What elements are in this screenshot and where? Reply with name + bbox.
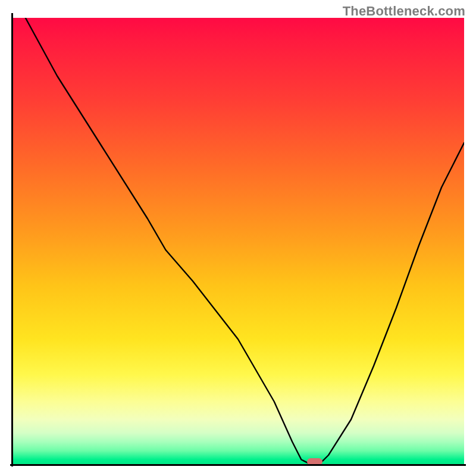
watermark: TheBottleneck.com	[343, 4, 465, 19]
chart-stage: TheBottleneck.com	[0, 0, 476, 476]
y-axis	[11, 13, 13, 466]
bottleneck-curve	[12, 18, 464, 464]
x-axis	[10, 464, 466, 466]
plot-area	[12, 18, 464, 464]
